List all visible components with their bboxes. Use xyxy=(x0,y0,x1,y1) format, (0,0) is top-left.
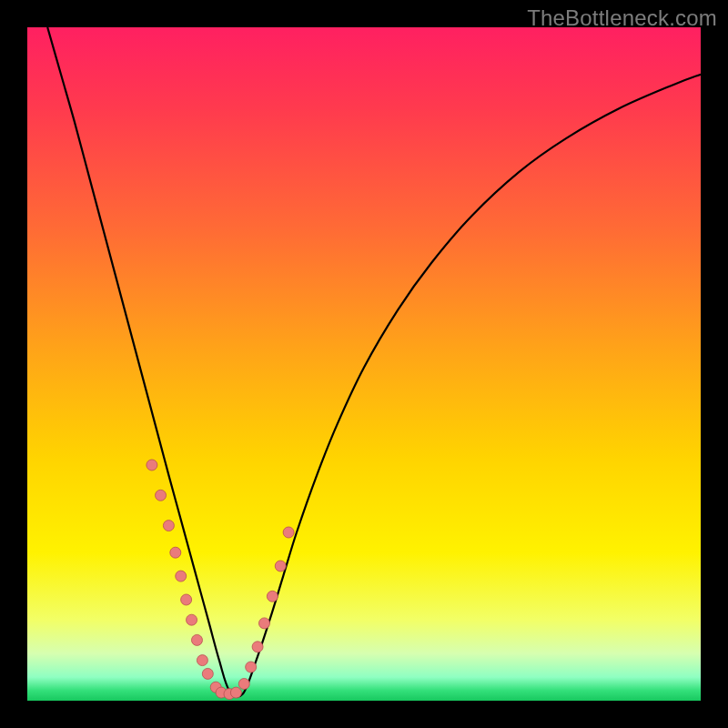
marker-dot xyxy=(170,547,181,558)
marker-dot xyxy=(230,687,241,698)
marker-dot xyxy=(163,521,174,531)
marker-dot xyxy=(267,591,278,602)
plot-background xyxy=(27,27,701,701)
marker-dot xyxy=(252,642,263,652)
marker-dot xyxy=(258,618,269,629)
marker-dot xyxy=(275,561,286,571)
marker-dot xyxy=(238,679,249,690)
plot-svg xyxy=(27,27,701,701)
marker-dot xyxy=(202,668,213,679)
watermark-text: TheBottleneck.com xyxy=(527,5,717,31)
marker-dot xyxy=(187,614,197,625)
marker-dot xyxy=(176,571,187,581)
marker-dot xyxy=(156,490,167,500)
marker-dot xyxy=(197,655,207,666)
plot-area xyxy=(27,27,701,701)
chart-frame: TheBottleneck.com xyxy=(0,0,728,728)
marker-dot xyxy=(147,460,157,470)
marker-dot xyxy=(181,594,192,605)
marker-dot xyxy=(283,527,294,538)
marker-dot xyxy=(246,662,257,672)
marker-dot xyxy=(191,634,202,645)
